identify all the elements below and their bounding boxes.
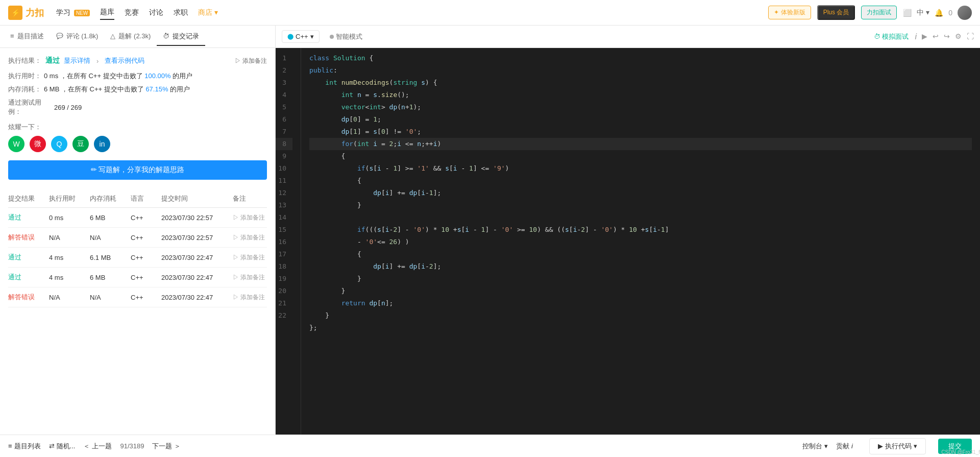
add-note-header[interactable]: ▷ 添加备注	[235, 57, 267, 65]
forward-icon[interactable]: ↪	[944, 32, 950, 41]
lang-chevron-icon: ▾	[310, 33, 314, 40]
random-btn[interactable]: ⇄ 随机...	[49, 442, 76, 451]
weibo-share-btn[interactable]: 微	[30, 136, 46, 152]
line-num-18: 18	[276, 260, 292, 273]
submit-btn[interactable]: 提交	[938, 439, 972, 454]
line-num-8: 8	[276, 138, 292, 150]
problem-list-label: 题目列表	[14, 442, 41, 451]
submission-table: 提交结果 执行用时 内存消耗 语言 提交时间 备注 通过 0 ms 6 MB C…	[8, 190, 267, 307]
description-icon: ≡	[10, 32, 14, 40]
bell-icon[interactable]: 🔔	[935, 9, 943, 17]
nav-contest[interactable]: 竞赛	[125, 6, 139, 19]
tab-description-label: 题目描述	[17, 32, 44, 41]
next-label: 下一题	[152, 442, 172, 451]
main-layout: ≡ 题目描述 💬 评论 (1.8k) △ 题解 (2.3k) ⏱ 提交记录	[0, 26, 980, 435]
interview-btn[interactable]: 力扣面试	[861, 6, 897, 19]
nav-learn[interactable]: 学习 NEW	[56, 6, 90, 19]
list-icon: ≡	[8, 442, 12, 450]
row-add-note[interactable]: ▷ 添加备注	[233, 253, 267, 262]
code-content[interactable]: class Solution { public: int numDecoding…	[301, 48, 980, 435]
row-add-note[interactable]: ▷ 添加备注	[233, 293, 267, 302]
memory-value: 6 MB ，在所有 C++ 提交中击败了 67.15% 的用户	[44, 85, 190, 94]
top-navigation: ⚡ 力扣 学习 NEW 题库 竞赛 讨论 求职 商店 ▾ ✦ 体验新版 Plus…	[0, 0, 980, 26]
prev-icon: ＜	[83, 442, 90, 451]
line-num-12: 12	[276, 187, 292, 199]
tab-comments[interactable]: 💬 评论 (1.8k)	[50, 28, 105, 46]
code-line-23: };	[309, 322, 972, 334]
row-add-note[interactable]: ▷ 添加备注	[233, 273, 267, 282]
undo-icon[interactable]: ↩	[933, 32, 939, 41]
row-submit-time: 2023/07/30 22:47	[161, 294, 233, 301]
mock-interview-btn[interactable]: ⏱ 模拟面试	[874, 32, 909, 41]
tab-solutions[interactable]: △ 题解 (2.3k)	[104, 28, 157, 46]
nav-store[interactable]: 商店 ▾	[198, 6, 218, 19]
left-tab-bar: ≡ 题目描述 💬 评论 (1.8k) △ 题解 (2.3k) ⏱ 提交记录	[0, 26, 275, 48]
row-add-note[interactable]: ▷ 添加备注	[233, 213, 267, 222]
settings-icon[interactable]: ⚙	[955, 32, 962, 41]
code-line-9: {	[309, 150, 972, 162]
nav-items: 学习 NEW 题库 竞赛 讨论 求职 商店 ▾	[56, 6, 218, 20]
language-label: C++	[296, 33, 308, 40]
row-status[interactable]: 通过	[8, 273, 49, 282]
problem-list-btn[interactable]: ≡ 题目列表	[8, 442, 41, 451]
line-num-19: 19	[276, 273, 292, 285]
qq-share-btn[interactable]: Q	[51, 136, 67, 152]
code-line-18: dp[i] += dp[i-2];	[309, 260, 972, 273]
col-header-memory: 内存消耗	[90, 194, 131, 203]
table-row: 解答错误 N/A N/A C++ 2023/07/30 22:47 ▷ 添加备注	[8, 287, 267, 307]
line-num-16: 16	[276, 236, 292, 248]
avatar[interactable]	[958, 6, 972, 20]
row-time: N/A	[49, 234, 90, 242]
example-link[interactable]: 查看示例代码	[105, 56, 144, 65]
code-line-21: return dp[n];	[309, 297, 972, 309]
code-line-5: vector<int> dp(n+1);	[309, 101, 972, 113]
contribute-btn[interactable]: 贡献 i	[836, 442, 853, 451]
console-chevron-icon: ▾	[824, 442, 828, 450]
language-selector[interactable]: ⬤ C++ ▾	[282, 30, 320, 43]
wechat-share-btn[interactable]: W	[8, 136, 24, 152]
run-code-btn[interactable]: ▶ 执行代码 ▾	[869, 438, 926, 454]
row-status[interactable]: 通过	[8, 213, 49, 222]
screen-icon[interactable]: ⬜	[903, 9, 912, 17]
plus-btn[interactable]: Plus 会员	[817, 5, 855, 20]
nav-right: ✦ 体验新版 Plus 会员 力扣面试 ⬜ 中 ▾ 🔔 0	[768, 5, 972, 20]
logo[interactable]: ⚡ 力扣	[8, 6, 44, 20]
row-add-note[interactable]: ▷ 添加备注	[233, 233, 267, 242]
douban-share-btn[interactable]: 豆	[72, 136, 89, 152]
test-label: 通过测试用例：	[8, 98, 54, 116]
nav-problems[interactable]: 题库	[100, 6, 114, 20]
tab-description[interactable]: ≡ 题目描述	[4, 28, 50, 46]
font-size-selector[interactable]: 中 ▾	[917, 8, 929, 17]
run-icon[interactable]: ▶	[922, 32, 927, 41]
col-header-submit: 提交时间	[161, 194, 233, 203]
ai-mode: 智能模式	[330, 32, 362, 41]
nav-discuss[interactable]: 讨论	[149, 6, 163, 19]
next-btn[interactable]: 下一题 ＞	[152, 442, 181, 451]
row-status[interactable]: 解答错误	[8, 293, 49, 302]
prev-btn[interactable]: ＜ 上一题	[83, 442, 112, 451]
row-time: 0 ms	[49, 214, 90, 222]
tab-solutions-label: 题解 (2.3k)	[118, 32, 151, 41]
line-num-4: 4	[276, 89, 292, 101]
details-link[interactable]: 显示详情	[64, 56, 90, 65]
linkedin-share-btn[interactable]: in	[94, 136, 110, 152]
page-info: 91/3189	[120, 442, 144, 450]
code-area[interactable]: 1 2 3 4 5 6 7 8 9 10 11 12 13 14 15 16 1	[276, 48, 980, 435]
row-status[interactable]: 通过	[8, 253, 49, 262]
nav-jobs[interactable]: 求职	[174, 6, 188, 19]
line-num-7: 7	[276, 126, 292, 138]
editor-toolbar: ⬤ C++ ▾ 智能模式 ⏱ 模拟面试 i ▶ ↩ ↪ ⚙	[276, 26, 980, 48]
random-label: 随机...	[57, 442, 76, 451]
table-header: 提交结果 执行用时 内存消耗 语言 提交时间 备注	[8, 190, 267, 208]
experience-btn[interactable]: ✦ 体验新版	[768, 6, 811, 19]
logo-text: 力扣	[26, 7, 44, 19]
row-lang: C++	[131, 214, 161, 222]
tab-submissions[interactable]: ⏱ 提交记录	[157, 28, 205, 46]
italic-icon[interactable]: i	[915, 32, 917, 41]
line-num-6: 6	[276, 113, 292, 126]
console-btn[interactable]: 控制台 ▾	[802, 442, 828, 451]
write-solution-btn[interactable]: ✏ 写题解，分享我的解题思路	[8, 160, 267, 180]
run-play-icon: ▶	[878, 442, 883, 450]
fullscreen-icon[interactable]: ⛶	[967, 32, 974, 41]
row-status[interactable]: 解答错误	[8, 233, 49, 242]
